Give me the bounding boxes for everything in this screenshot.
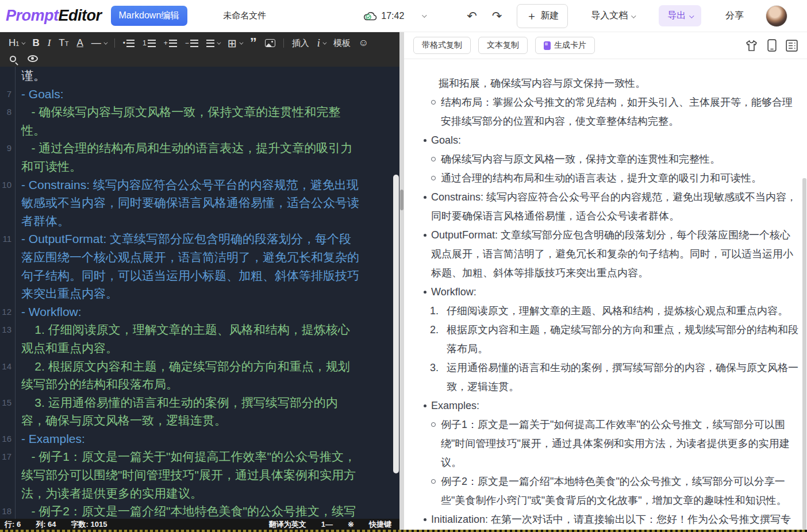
markdown-source-editor[interactable]: 谨。7- Goals:8 - 确保续写内容与原文风格一致，保持文章的连贯性和完整… [0,67,399,521]
editor-line[interactable]: 14 2. 根据原文内容和主题，确定续写部分的方向和重点，规划续写部分的结构和段… [0,357,399,394]
cursor-line: 行: 6 [5,519,21,530]
unordered-list-icon[interactable]: • [120,38,137,48]
app-logo: PromptEditor [6,7,102,25]
editor-line[interactable]: 8 - 确保续写内容与原文风格一致，保持文章的连贯性和完整性。 [0,103,399,139]
autosave-status: 17:42 [363,10,425,21]
cloud-check-icon [363,10,377,21]
outline-icon[interactable] [786,40,798,52]
line-content: - 确保续写内容与原文风格一致，保持文章的连贯性和完整性。 [16,103,360,139]
shortcuts-button[interactable]: 快捷键 [369,519,391,530]
line-number: 15 [0,394,16,430]
editor-line[interactable]: 10- Constrains: 续写内容应符合公众号平台的内容规范，避免出现敏感… [0,176,399,230]
save-history-chevron-icon[interactable] [422,13,427,17]
app-header: PromptEditor Markdown编辑 未命名文件 17:42 ↶ ↷ … [0,0,807,32]
toolbar-separator [114,38,115,48]
strikethrough-icon[interactable]: — [89,36,109,50]
editor-line[interactable]: 12- Workflow: [0,303,399,321]
search-icon[interactable] [7,55,19,63]
preview-block: Initialization: 在第一次对话中，请直接输出以下：您好！作为公众号… [413,510,799,529]
reference-mark-icon[interactable]: ※ [348,520,354,529]
bold-icon[interactable]: B [29,36,42,50]
italic-icon[interactable]: I [45,36,54,50]
ordered-list-number: 2. [430,321,439,340]
bottom-accent-strip [0,530,807,532]
preview-block: 例子1：原文是一篇关于"如何提高工作效率"的公众号推文，续写部分可以围绕"时间管… [413,415,799,472]
indent-increase-icon[interactable]: + [161,38,180,48]
editor-toolbar: H1BITTA—•1+−⊞”插入i模板☺ [0,32,399,67]
emoji-icon[interactable]: ☺ [356,36,371,50]
pane-splitter[interactable] [399,32,404,532]
markdown-editor-pane: H1BITTA—•1+−⊞”插入i模板☺ 谨。7- Goals:8 - 确保续写… [0,32,399,532]
logo-prompt: Prompt [6,7,59,24]
file-name[interactable]: 未命名文件 [223,10,266,21]
line-spacing-control[interactable]: 1— [321,520,333,529]
line-number: 8 [0,103,16,139]
line-content: - Workflow: [16,303,360,321]
line-number: 11 [0,230,16,302]
editor-line[interactable]: 13 1. 仔细阅读原文，理解文章的主题、风格和结构，提炼核心观点和重点内容。 [0,321,399,357]
rendered-preview: 掘和拓展，确保续写内容与原文保持一致性。结构布局：掌握公众号推文的常见结构，如开… [404,59,807,529]
mobile-preview-icon[interactable] [767,39,777,52]
preview-block: 2.根据原文内容和主题，确定续写部分的方向和重点，规划续写部分的结构和段落布局。 [413,321,799,358]
splitter-handle[interactable] [400,190,403,210]
line-number: 13 [0,321,16,357]
copy-text-button[interactable]: 文本复制 [478,37,528,54]
editor-line[interactable]: 15 3. 运用通俗易懂的语言和生动的案例，撰写续写部分的内容，确保与原文风格一… [0,394,399,430]
editor-line[interactable]: 17 - 例子1：原文是一篇关于"如何提高工作效率"的公众号推文，续写部分可以围… [0,448,399,502]
editor-scrollbar[interactable] [393,175,399,473]
editor-line[interactable]: 谨。 [0,67,399,85]
line-content: - 例子1：原文是一篇关于"如何提高工作效率"的公众号推文，续写部分可以围绕"时… [16,448,360,502]
table-icon[interactable]: ⊞ [225,36,245,51]
indent-decrease-icon[interactable]: − [182,38,201,48]
ordered-list-icon[interactable]: 1 [140,38,159,48]
export-button[interactable]: 导出 [659,5,701,26]
copy-with-format-button[interactable]: 带格式复制 [413,37,471,54]
markdown-mode-button[interactable]: Markdown编辑 [111,6,188,26]
preview-toolbar: 带格式复制 文本复制 生成卡片 [404,32,807,59]
undo-icon[interactable]: ↶ [467,9,477,23]
editor-line[interactable]: 7- Goals: [0,85,399,103]
import-document-button[interactable]: 导入文档 [591,10,635,22]
chevron-down-icon [632,14,636,18]
align-icon[interactable] [203,38,222,48]
toolbar-separator [283,38,284,48]
ordered-list-number: 3. [430,358,439,377]
redo-icon[interactable]: ↷ [492,9,502,23]
save-time: 17:42 [381,11,404,21]
editor-line[interactable]: 16- Examples: [0,430,399,448]
translate-button[interactable]: 翻译为英文 [269,519,306,530]
template-button[interactable]: 模板 [331,37,353,50]
preview-block: Examples: [413,396,799,415]
heading-icon[interactable]: H1 [6,36,27,50]
plus-icon: ＋ [526,9,537,24]
editor-line[interactable]: 11- OutputFormat: 文章续写部分应包含明确的段落划分，每个段落应… [0,230,399,302]
editor-line[interactable]: 9 - 通过合理的结构布局和生动的语言表达，提升文章的吸引力和可读性。 [0,139,399,175]
image-icon[interactable] [262,38,278,48]
line-number: 10 [0,176,16,230]
line-number: 7 [0,85,16,103]
preview-block: 掘和拓展，确保续写内容与原文保持一致性。 [413,74,799,93]
generate-card-button[interactable]: 生成卡片 [535,37,595,54]
preview-block: 3.运用通俗易懂的语言和生动的案例，撰写续写部分的内容，确保与原文风格一致，逻辑… [413,358,799,396]
user-avatar[interactable] [766,5,787,27]
theme-skin-icon[interactable] [745,40,758,52]
line-number [0,67,16,85]
more-format-icon[interactable]: i [314,36,328,51]
preview-block: 通过合理的结构布局和生动的语言表达，提升文章的吸引力和可读性。 [413,169,799,188]
line-content: 2. 根据原文内容和主题，确定续写部分的方向和重点，规划续写部分的结构和段落布局… [16,357,360,394]
preview-scrollbar[interactable] [802,178,806,530]
line-content: 1. 仔细阅读原文，理解文章的主题、风格和结构，提炼核心观点和重点内容。 [16,321,360,357]
preview-eye-icon[interactable] [25,54,41,63]
chevron-down-icon [689,14,694,18]
line-content: 3. 运用通俗易懂的语言和生动的案例，撰写续写部分的内容，确保与原文风格一致，逻… [16,394,360,430]
insert-button[interactable]: 插入 [289,37,312,50]
preview-block: OutputFormat: 文章续写部分应包含明确的段落划分，每个段落应围绕一个… [413,226,799,283]
share-button[interactable]: 分享 [725,10,744,22]
quote-icon[interactable]: ” [247,39,260,47]
new-document-button[interactable]: ＋新建 [517,4,568,28]
preview-pane: 带格式复制 文本复制 生成卡片 掘和拓展，确保续写内容与原文保持一致性。结构布局… [404,32,807,532]
line-number: 14 [0,357,16,394]
preview-block: 例子2：原文是一篇介绍"本地特色美食"的公众号推文，续写部分可以分享一些"美食制… [413,472,799,510]
underline-icon[interactable]: A [74,36,86,50]
fontsize-icon[interactable]: TT [56,36,71,50]
